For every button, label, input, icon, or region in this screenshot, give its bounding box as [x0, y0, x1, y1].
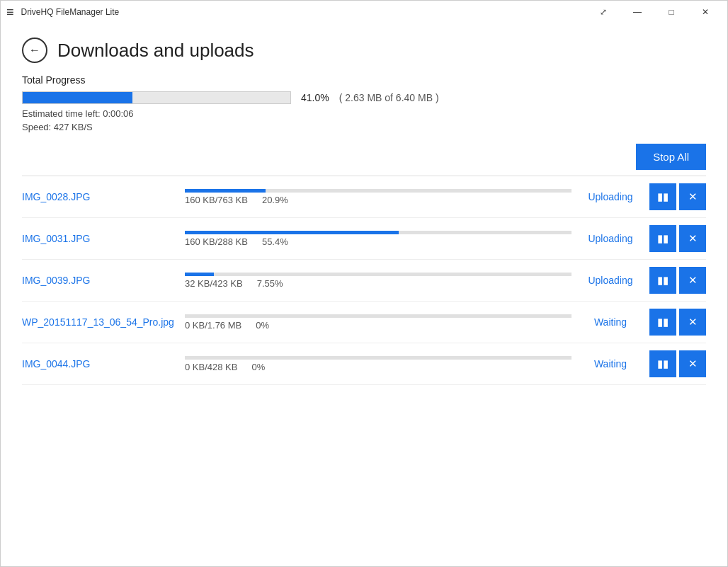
file-progress-info: 0 KB/428 KB 0%	[185, 362, 571, 372]
minimize-button[interactable]: —	[621, 1, 654, 23]
pause-button[interactable]: ▮▮	[649, 225, 676, 252]
stop-all-button[interactable]: Stop All	[636, 144, 706, 170]
file-status: Waiting	[579, 358, 642, 370]
cancel-button[interactable]: ✕	[679, 225, 706, 252]
file-progress-info: 160 KB/763 KB 20.9%	[185, 195, 571, 205]
file-progress-area: 0 KB/1.76 MB 0%	[185, 314, 571, 331]
file-row: IMG_0031.JPG 160 KB/288 KB 55.4% Uploadi…	[22, 218, 706, 260]
file-actions: ▮▮ ✕	[649, 309, 706, 336]
total-progress-label: Total Progress	[22, 74, 706, 86]
file-status: Waiting	[579, 316, 642, 328]
close-button[interactable]: ✕	[689, 1, 722, 23]
progress-percent: 41.0%	[301, 92, 329, 103]
estimated-time: Estimated time left: 0:00:06	[22, 108, 706, 119]
page-header: ← Downloads and uploads	[22, 38, 706, 63]
file-transferred: 160 KB/763 KB	[185, 195, 248, 205]
file-status: Uploading	[579, 191, 642, 202]
title-bar: ≡ DriveHQ FileManager Lite ⤢ — □ ✕	[1, 1, 727, 23]
file-progress-info: 0 KB/1.76 MB 0%	[185, 320, 571, 331]
cancel-button[interactable]: ✕	[679, 350, 706, 377]
file-status: Uploading	[579, 275, 642, 286]
pause-button[interactable]: ▮▮	[649, 183, 676, 210]
window-controls: ⤢ — □ ✕	[587, 1, 722, 23]
file-progress-bar-outer	[185, 356, 571, 360]
file-progress-info: 32 KB/423 KB 7.55%	[185, 278, 571, 289]
file-percent: 7.55%	[257, 278, 283, 289]
pause-button[interactable]: ▮▮	[649, 267, 676, 294]
file-transferred: 0 KB/1.76 MB	[185, 320, 241, 331]
file-percent: 20.9%	[262, 195, 288, 205]
main-content: ← Downloads and uploads Total Progress 4…	[1, 23, 727, 399]
file-progress-bar-outer	[185, 231, 571, 234]
app-title: DriveHQ FileManager Lite	[21, 7, 587, 17]
file-actions: ▮▮ ✕	[649, 225, 706, 252]
file-progress-bar-outer	[185, 314, 571, 318]
total-progress-bar-inner	[23, 92, 132, 103]
file-progress-area: 0 KB/428 KB 0%	[185, 356, 571, 372]
file-status: Uploading	[579, 233, 642, 244]
file-transferred: 0 KB/428 KB	[185, 362, 237, 372]
file-name[interactable]: IMG_0031.JPG	[22, 233, 178, 244]
back-button[interactable]: ←	[22, 38, 47, 63]
file-name[interactable]: IMG_0039.JPG	[22, 275, 178, 286]
file-progress-bar-inner	[185, 273, 214, 276]
file-list: IMG_0028.JPG 160 KB/763 KB 20.9% Uploadi…	[22, 176, 706, 385]
file-row: WP_20151117_13_06_54_Pro.jpg 0 KB/1.76 M…	[22, 302, 706, 343]
cancel-button[interactable]: ✕	[679, 183, 706, 210]
file-row: IMG_0044.JPG 0 KB/428 KB 0% Waiting ▮▮ ✕	[22, 343, 706, 385]
cancel-button[interactable]: ✕	[679, 309, 706, 336]
file-progress-area: 32 KB/423 KB 7.55%	[185, 273, 571, 289]
file-progress-bar-outer	[185, 189, 571, 193]
file-name[interactable]: IMG_0028.JPG	[22, 191, 178, 202]
file-transferred: 160 KB/288 KB	[185, 236, 248, 247]
file-name[interactable]: WP_20151117_13_06_54_Pro.jpg	[22, 316, 178, 328]
file-actions: ▮▮ ✕	[649, 267, 706, 294]
stop-all-row: Stop All	[22, 144, 706, 170]
file-actions: ▮▮ ✕	[649, 350, 706, 377]
file-name[interactable]: IMG_0044.JPG	[22, 358, 178, 370]
file-progress-bar-outer	[185, 273, 571, 276]
file-transferred: 32 KB/423 KB	[185, 278, 243, 289]
file-row: IMG_0039.JPG 32 KB/423 KB 7.55% Uploadin…	[22, 260, 706, 302]
file-progress-bar-inner	[185, 231, 399, 234]
page-title: Downloads and uploads	[57, 40, 254, 62]
menu-icon[interactable]: ≡	[6, 5, 14, 20]
file-percent: 0%	[256, 320, 269, 331]
file-progress-area: 160 KB/763 KB 20.9%	[185, 189, 571, 205]
pause-button[interactable]: ▮▮	[649, 309, 676, 336]
file-progress-bar-inner	[185, 189, 266, 193]
file-percent: 0%	[251, 362, 265, 372]
file-percent: 55.4%	[262, 236, 288, 247]
progress-size: ( 2.63 MB of 6.40 MB )	[339, 92, 439, 103]
restore-button[interactable]: ⤢	[587, 1, 620, 23]
file-actions: ▮▮ ✕	[649, 183, 706, 210]
cancel-button[interactable]: ✕	[679, 267, 706, 294]
maximize-button[interactable]: □	[655, 1, 688, 23]
pause-button[interactable]: ▮▮	[649, 350, 676, 377]
file-progress-area: 160 KB/288 KB 55.4%	[185, 231, 571, 247]
speed: Speed: 427 KB/S	[22, 122, 706, 132]
total-progress-bar-container: 41.0% ( 2.63 MB of 6.40 MB )	[22, 91, 706, 104]
file-progress-info: 160 KB/288 KB 55.4%	[185, 236, 571, 247]
total-progress-bar-outer	[22, 91, 291, 104]
file-row: IMG_0028.JPG 160 KB/763 KB 20.9% Uploadi…	[22, 176, 706, 218]
